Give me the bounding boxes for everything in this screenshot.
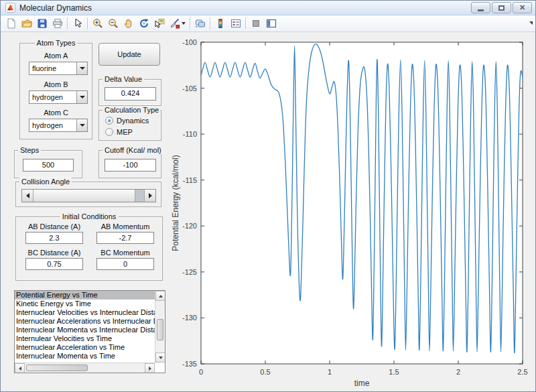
scroll-up-icon[interactable] bbox=[155, 291, 165, 301]
x-tick-label: 2.5 bbox=[517, 368, 527, 376]
new-figure-button[interactable] bbox=[3, 16, 19, 31]
plot-area bbox=[201, 42, 523, 364]
atom-b-label: Atom B bbox=[20, 80, 92, 88]
colorbar-icon bbox=[215, 18, 226, 29]
radio-dynamics[interactable]: Dynamics bbox=[105, 117, 149, 125]
dock-figure-icon bbox=[266, 18, 277, 29]
window-title: Molecular Dynamics bbox=[19, 3, 471, 13]
zoom-out-icon bbox=[108, 18, 119, 29]
hide-plot-tools-icon bbox=[251, 18, 261, 29]
figure-canvas: 00.511.522.5-135-130-125-120-115-110-105… bbox=[1, 33, 535, 391]
scroll-right-icon[interactable] bbox=[145, 363, 155, 373]
radio-selected-icon[interactable] bbox=[105, 117, 113, 125]
toolbar-separator bbox=[87, 17, 88, 29]
chevron-down-icon[interactable] bbox=[76, 91, 87, 103]
atom-types-panel: Atom Types Atom A fluorine Atom B hydrog… bbox=[19, 43, 92, 139]
pan-hand-icon bbox=[123, 18, 134, 29]
save-button[interactable] bbox=[34, 16, 50, 31]
data-cursor-button[interactable] bbox=[151, 16, 167, 31]
brush-dropdown-icon[interactable] bbox=[182, 22, 186, 25]
show-plot-tools-button[interactable] bbox=[263, 16, 279, 31]
slider-track[interactable] bbox=[135, 190, 144, 202]
link-plot-icon bbox=[195, 18, 206, 29]
close-button[interactable]: ✕ bbox=[513, 2, 532, 13]
y-tick-label: -100 bbox=[182, 38, 197, 46]
vertical-scrollbar[interactable] bbox=[155, 291, 165, 363]
bc-momentum-label: BC Momentum bbox=[95, 249, 155, 257]
atom-b-select[interactable]: hydrogen bbox=[29, 90, 88, 104]
chevron-down-icon[interactable] bbox=[76, 62, 87, 74]
list-item[interactable]: Potential Energy vs Time bbox=[15, 291, 155, 300]
bc-distance-field[interactable]: 0.75 bbox=[25, 258, 83, 270]
atom-c-select[interactable]: hydrogen bbox=[29, 119, 88, 132]
hide-plot-tools-button[interactable] bbox=[248, 16, 263, 31]
list-item[interactable]: Internuclear Acceleration vs Time bbox=[15, 343, 155, 352]
toolbar-separator bbox=[67, 17, 68, 29]
list-item[interactable]: Internuclear Momenta vs Time bbox=[15, 352, 155, 361]
collision-angle-slider[interactable] bbox=[21, 189, 156, 202]
panel-title: Atom Types bbox=[35, 39, 78, 47]
radio-mep[interactable]: MEP bbox=[105, 128, 133, 136]
print-icon bbox=[52, 18, 63, 29]
calculation-type-panel: Calculation Type Dynamics MEP bbox=[98, 110, 161, 141]
delta-value-field[interactable]: 0.424 bbox=[105, 87, 156, 101]
toolbar-separator bbox=[210, 17, 210, 29]
initial-conditions-panel: Initial Conditions AB Distance (A) AB Mo… bbox=[15, 216, 163, 281]
cutoff-field[interactable]: -100 bbox=[105, 159, 156, 172]
list-item[interactable]: Internuclear Accelerations vs Internucle… bbox=[15, 317, 155, 326]
brush-button[interactable] bbox=[167, 16, 188, 31]
print-button[interactable] bbox=[50, 16, 65, 31]
x-axis-label: time bbox=[354, 379, 370, 388]
slider-right-arrow-icon[interactable] bbox=[144, 190, 155, 202]
cursor-arrow-icon bbox=[72, 18, 83, 29]
slider-left-arrow-icon[interactable] bbox=[22, 190, 34, 202]
save-icon bbox=[37, 18, 48, 29]
steps-field[interactable]: 500 bbox=[23, 159, 74, 172]
y-tick-label: -105 bbox=[182, 84, 197, 92]
panel-title: Calculation Type bbox=[103, 106, 161, 114]
panel-title: Delta Value bbox=[103, 75, 144, 83]
maximize-button[interactable] bbox=[492, 2, 511, 13]
list-item[interactable]: Kinetic Energy vs Time bbox=[15, 300, 155, 308]
ab-momentum-label: AB Momentum bbox=[95, 222, 155, 231]
ab-distance-field[interactable]: 2.3 bbox=[25, 232, 83, 244]
list-item[interactable]: Internuclear Velocities vs Internuclear … bbox=[15, 308, 155, 317]
insert-colorbar-button[interactable] bbox=[212, 16, 228, 31]
panel-title: Cutoff (Kcal/ mol) bbox=[103, 146, 163, 154]
list-item[interactable]: Internulear Velocities vs Time bbox=[15, 334, 155, 343]
y-tick-label: -125 bbox=[182, 268, 197, 276]
horizontal-scrollbar-thumb[interactable] bbox=[26, 365, 88, 371]
y-axis-label: Potential Energy (kcal/mol) bbox=[171, 155, 180, 251]
insert-legend-button[interactable] bbox=[228, 16, 243, 31]
vertical-scrollbar-thumb[interactable] bbox=[157, 319, 163, 340]
legend-icon bbox=[230, 18, 241, 29]
minimize-button[interactable] bbox=[471, 2, 490, 13]
plot-type-listbox[interactable]: Potential Energy vs TimeKinetic Energy v… bbox=[14, 290, 165, 373]
atom-a-label: Atom A bbox=[20, 52, 92, 60]
x-tick-label: 2 bbox=[456, 368, 460, 376]
bc-momentum-field[interactable]: 0 bbox=[96, 258, 154, 270]
scroll-down-icon[interactable] bbox=[155, 352, 165, 363]
slider-thumb[interactable] bbox=[34, 190, 135, 202]
edit-plot-button[interactable] bbox=[70, 16, 85, 31]
atom-a-select[interactable]: fluorine bbox=[29, 62, 88, 75]
matlab-logo-icon bbox=[5, 3, 15, 13]
open-file-button[interactable] bbox=[19, 16, 34, 31]
toolbar-overflow-icon[interactable] bbox=[529, 21, 533, 25]
radio-unselected-icon[interactable] bbox=[105, 128, 113, 136]
horizontal-scrollbar[interactable] bbox=[15, 363, 155, 373]
y-tick-label: -115 bbox=[183, 176, 197, 184]
ab-distance-label: AB Distance (A) bbox=[24, 222, 84, 231]
rotate-3d-button[interactable] bbox=[136, 16, 151, 31]
scroll-left-icon[interactable] bbox=[15, 363, 25, 373]
ab-momentum-field[interactable]: -2.7 bbox=[96, 232, 154, 244]
pan-button[interactable] bbox=[121, 16, 136, 31]
link-plot-button[interactable] bbox=[192, 16, 208, 31]
zoom-in-button[interactable] bbox=[90, 16, 105, 31]
list-item[interactable]: Internuclear Momenta vs Internuclear Dis… bbox=[15, 326, 155, 334]
zoom-in-icon bbox=[92, 18, 103, 29]
update-button[interactable]: Update bbox=[98, 43, 160, 66]
zoom-out-button[interactable] bbox=[105, 16, 121, 31]
chevron-down-icon[interactable] bbox=[76, 119, 87, 131]
figure-toolbar bbox=[1, 15, 535, 32]
